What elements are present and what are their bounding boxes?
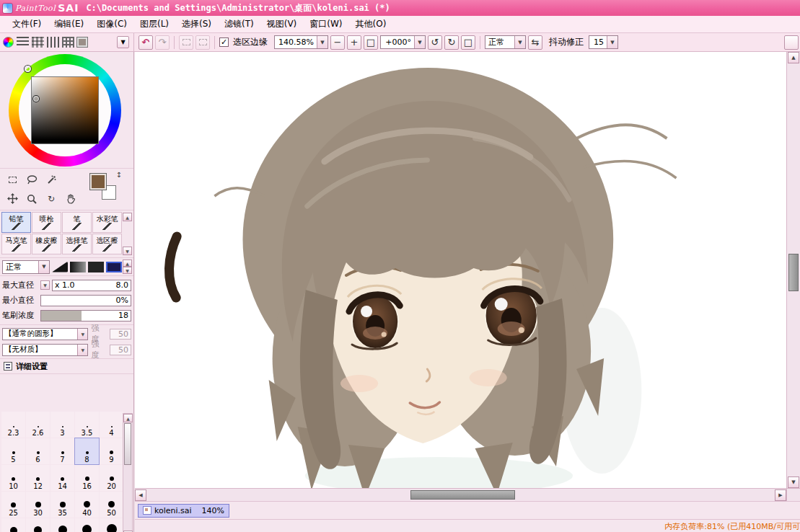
menu-item-2[interactable]: 图像(C): [90, 16, 133, 32]
vertical-scrollbar[interactable]: ▲ ▼: [786, 52, 800, 488]
brush-size-14[interactable]: 14: [50, 465, 74, 491]
zoom-combo[interactable]: 140.58% ▼: [274, 35, 328, 49]
rgb-slider-toggle-icon[interactable]: [17, 37, 29, 48]
brush-size-10[interactable]: 10: [1, 465, 25, 491]
brush-size-25[interactable]: 25: [1, 492, 25, 518]
size-scroll-up-icon[interactable]: ▲: [123, 414, 133, 422]
zoom-in-button[interactable]: +: [347, 35, 361, 50]
vertical-scroll-thumb[interactable]: [788, 254, 799, 291]
brush-tool-笔[interactable]: 笔: [62, 212, 92, 233]
brush-size-80[interactable]: 80: [50, 518, 74, 532]
scroll-down-icon[interactable]: ▼: [788, 476, 799, 488]
brush-tip-solid-icon[interactable]: [88, 262, 104, 272]
brush-size-35[interactable]: 35: [50, 492, 74, 518]
move-tool[interactable]: [3, 190, 22, 208]
brush-size-7[interactable]: 7: [50, 438, 74, 464]
brush-size-60[interactable]: 60: [1, 518, 25, 532]
brush-shape-combo[interactable]: 【通常的圆形】 ▼: [2, 328, 88, 340]
menu-item-4[interactable]: 选择(S): [175, 16, 218, 32]
menu-item-7[interactable]: 窗口(W): [303, 16, 348, 32]
brush-size-4[interactable]: 4: [100, 412, 123, 438]
brush-scroll-down-icon[interactable]: ▼: [123, 247, 132, 255]
menu-item-0[interactable]: 文件(F): [6, 16, 48, 32]
paint-mode-combo[interactable]: 正常 ▼: [485, 35, 526, 49]
rotate-ccw-button[interactable]: ↺: [428, 35, 442, 50]
panel-overflow-dropdown[interactable]: ▼: [117, 36, 129, 48]
brush-size-6[interactable]: 6: [26, 438, 50, 464]
deselect-button[interactable]: [179, 35, 193, 50]
invert-selection-button[interactable]: [195, 35, 210, 50]
lasso-tool[interactable]: [22, 171, 41, 189]
brush-size-9[interactable]: 9: [100, 438, 123, 464]
brush-shape-dropdown-arrow-icon[interactable]: ▼: [77, 329, 87, 340]
zoom-reset-button[interactable]: □: [364, 35, 378, 50]
paper-strength-value[interactable]: 50: [110, 345, 131, 355]
brush-tool-马克笔[interactable]: 马克笔: [1, 234, 31, 254]
zoom-out-button[interactable]: −: [330, 35, 345, 50]
flip-horizontal-button[interactable]: ⇆: [528, 35, 542, 50]
selection-edge-checkbox[interactable]: ✓: [219, 37, 229, 47]
brush-size-5[interactable]: 5: [1, 438, 25, 464]
menu-item-5[interactable]: 滤镜(T): [218, 16, 260, 32]
brush-tool-喷枪[interactable]: 喷枪: [32, 212, 61, 233]
brush-size-20[interactable]: 20: [100, 465, 123, 491]
brush-size-2.3[interactable]: 2.3: [1, 412, 25, 438]
density-slider[interactable]: 18: [40, 310, 131, 322]
swap-colors-icon[interactable]: ↕: [116, 171, 122, 179]
brush-tool-水彩笔[interactable]: 水彩笔: [92, 212, 122, 233]
scroll-up-icon[interactable]: ▲: [788, 52, 799, 63]
magic-wand-tool[interactable]: [42, 171, 61, 189]
menu-item-1[interactable]: 编辑(E): [48, 16, 90, 32]
max-diameter-slider[interactable]: x 1.0 8.0: [52, 280, 131, 291]
min-diameter-slider[interactable]: 0%: [40, 295, 131, 306]
paint-mode-dropdown-arrow-icon[interactable]: ▼: [514, 36, 525, 48]
rect-select-tool[interactable]: [3, 171, 22, 189]
brush-tip-selected-icon[interactable]: [106, 262, 122, 272]
scratchpad-toggle-icon[interactable]: [77, 37, 87, 47]
tip-scroll-up-icon[interactable]: ▲: [123, 260, 132, 267]
brush-scroll-up-icon[interactable]: ▲: [123, 213, 132, 221]
brush-size-12[interactable]: 12: [26, 465, 50, 491]
hand-tool[interactable]: [61, 190, 80, 208]
paper-texture-combo[interactable]: 【无材质】 ▼: [2, 344, 88, 356]
brush-tip-soft-icon[interactable]: [52, 262, 68, 272]
horizontal-scrollbar[interactable]: ◀ ▶: [135, 488, 786, 501]
diameter-unit-dropdown[interactable]: ▼: [40, 280, 50, 290]
brush-size-100[interactable]: 100: [75, 518, 99, 532]
brush-tool-选区擦[interactable]: 选区擦: [92, 234, 122, 254]
zoom-dropdown-arrow-icon[interactable]: ▼: [317, 36, 328, 48]
stabilizer-combo[interactable]: 15 ▼: [589, 35, 618, 49]
scroll-right-icon[interactable]: ▶: [775, 489, 786, 501]
brush-size-16[interactable]: 16: [75, 465, 99, 491]
menu-item-3[interactable]: 图层(L): [133, 16, 175, 32]
toolbar-end-button[interactable]: [784, 35, 799, 50]
scroll-left-icon[interactable]: ◀: [135, 489, 146, 501]
tip-scroll-down-icon[interactable]: ▼: [123, 267, 132, 274]
color-wheel-toggle-icon[interactable]: [3, 37, 14, 48]
document-tab[interactable]: koleni.sai 140%: [138, 504, 229, 518]
blend-mode-dropdown-arrow-icon[interactable]: ▼: [38, 261, 49, 273]
brush-size-40[interactable]: 40: [75, 492, 99, 518]
swatches-toggle-icon[interactable]: [62, 37, 74, 48]
color-mixer-toggle-icon[interactable]: [47, 37, 59, 48]
vertical-scroll-track[interactable]: [787, 63, 800, 476]
brush-size-30[interactable]: 30: [26, 492, 50, 518]
brush-size-8[interactable]: 8: [75, 438, 99, 464]
brush-size-2.6[interactable]: 2.6: [26, 412, 50, 438]
horizontal-scroll-thumb[interactable]: [410, 490, 515, 500]
brush-size-3.5[interactable]: 3.5: [75, 412, 99, 438]
zoom-tool[interactable]: [22, 190, 41, 208]
brush-tool-铅笔[interactable]: 铅笔: [1, 212, 31, 233]
brush-size-3[interactable]: 3: [50, 412, 74, 438]
rotate-cw-button[interactable]: ↻: [444, 35, 459, 50]
size-scroll-thumb[interactable]: [124, 423, 131, 465]
brush-size-70[interactable]: 70: [26, 518, 50, 532]
brush-size-120[interactable]: 120: [100, 518, 123, 532]
brush-tool-橡皮擦[interactable]: 橡皮擦: [32, 234, 61, 254]
redo-button[interactable]: ↷: [155, 35, 170, 50]
horizontal-scroll-track[interactable]: [146, 489, 775, 501]
brush-tip-gradient-icon[interactable]: [70, 262, 86, 272]
detail-settings-toggle[interactable]: 详细设置: [0, 359, 133, 374]
stabilizer-dropdown-arrow-icon[interactable]: ▼: [607, 36, 617, 48]
saturation-value-marker[interactable]: [33, 96, 39, 102]
